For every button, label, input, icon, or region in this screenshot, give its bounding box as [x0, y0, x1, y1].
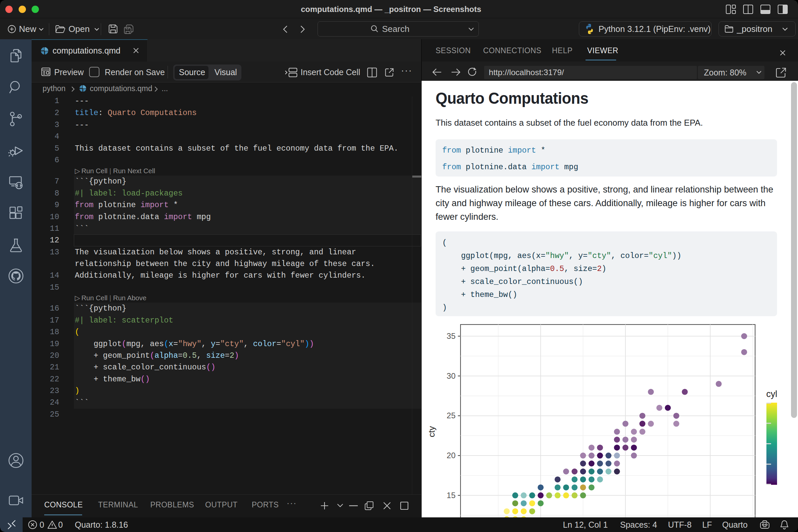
svg-text:cty: cty	[426, 426, 437, 437]
svg-text:15: 15	[446, 491, 456, 500]
svg-text:30: 30	[446, 372, 456, 380]
svg-text:20: 20	[446, 451, 456, 460]
svg-text:25: 25	[446, 411, 456, 420]
svg-text:35: 35	[446, 331, 456, 341]
svg-text:cyl: cyl	[766, 389, 777, 399]
